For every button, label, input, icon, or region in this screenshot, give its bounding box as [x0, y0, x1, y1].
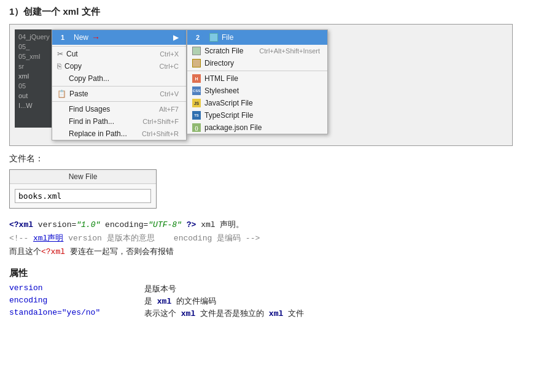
- json-label: package.json File: [204, 123, 262, 132]
- code-line-1: <?xml version="1.0" encoding="UTF-8" ?> …: [9, 218, 524, 232]
- context-menu: 1 New → ▶ ✂ Cut Ctrl+X ⎘ Copy: [52, 29, 187, 140]
- context-menu-item-new[interactable]: 1 New → ▶: [52, 30, 186, 45]
- ts-icon: TS: [192, 111, 201, 120]
- copy-label: Copy: [64, 62, 82, 71]
- replaceinpath-label: Replace in Path...: [69, 129, 127, 138]
- filename-section: 文件名： New File: [9, 153, 524, 209]
- attr-table: version 是版本号 encoding 是 xml 的文件编码 standa…: [9, 283, 524, 320]
- paste-icon: 📋: [57, 90, 66, 98]
- warn-line-pre: 而且这个: [9, 247, 41, 256]
- paste-label: Paste: [69, 90, 88, 98]
- html-icon: H: [192, 74, 201, 83]
- findinpath-label: Find in Path...: [69, 117, 114, 126]
- comment-link: xml声明: [33, 234, 63, 243]
- arrow-right: ▶: [173, 33, 179, 42]
- code-line-3: 而且这个<?xml 要连在一起写，否则会有报错: [9, 245, 524, 259]
- encoding-attr: encoding=: [105, 220, 148, 229]
- ts-label: TypeScript File: [204, 111, 253, 120]
- filename-label: 文件名：: [9, 153, 524, 164]
- submenu-item-html[interactable]: H HTML File: [187, 72, 327, 85]
- attr-row-standalone: standalone="yes/no" 表示这个 xml 文件是否是独立的 xm…: [9, 307, 524, 320]
- context-menu-item-copy[interactable]: ⎘ Copy Ctrl+C: [52, 60, 186, 72]
- submenu: 2 File Scratch File Ctrl+Alt+Shift+Inser…: [187, 29, 328, 134]
- badge-2: 2: [192, 32, 203, 43]
- scratch-shortcut: Ctrl+Alt+Shift+Insert: [259, 47, 320, 55]
- context-menu-item-copypath[interactable]: Copy Path...: [52, 72, 186, 85]
- replaceinpath-shortcut: Ctrl+Shift+R: [142, 130, 179, 137]
- version-attr: version=: [38, 220, 76, 229]
- copypath-label: Copy Path...: [69, 74, 109, 83]
- submenu-item-json[interactable]: {} package.json File: [187, 121, 327, 134]
- paste-shortcut: Ctrl+V: [160, 90, 179, 98]
- context-menu-item-replaceinpath[interactable]: Replace in Path... Ctrl+Shift+R: [52, 128, 186, 140]
- attr-row-encoding: encoding 是 xml 的文件编码: [9, 295, 524, 307]
- comment-body: version 是版本的意思 encoding 是编码 -->: [63, 234, 260, 243]
- new-label: New: [74, 33, 88, 42]
- js-icon: JS: [192, 99, 201, 107]
- css-label: Stylesheet: [204, 86, 239, 95]
- xml-desc: xml 声明。: [201, 220, 244, 229]
- submenu-item-css[interactable]: CSS Stylesheet: [187, 85, 327, 97]
- warn-code: <?xml: [41, 247, 65, 256]
- filename-input[interactable]: [15, 189, 151, 203]
- xml-declaration-kw: <?xml: [9, 220, 33, 229]
- comment-open: <!--: [9, 234, 33, 243]
- file-label: File: [222, 33, 233, 42]
- attributes-heading: 属性: [9, 267, 524, 279]
- context-menu-item-findusages[interactable]: Find Usages Alt+F7: [52, 103, 186, 115]
- filename-dialog: New File: [9, 169, 157, 209]
- code-line-2: <!-- xml声明 version 是版本的意思 encoding 是编码 -…: [9, 232, 524, 245]
- css-icon: CSS: [192, 86, 201, 95]
- ide-tree: 04_jQuery 05_ 05_xml sr xml 05 out I...W: [15, 29, 52, 128]
- file-icon: [209, 33, 218, 42]
- attr-row-version: version 是版本号: [9, 283, 524, 295]
- attr-desc-standalone: 表示这个 xml 文件是否是独立的 xml 文件: [144, 309, 304, 318]
- submenu-item-file[interactable]: 2 File: [187, 30, 327, 45]
- js-label: JavaScript File: [204, 99, 253, 107]
- arrow-indicator: →: [91, 33, 100, 42]
- submenu-item-directory[interactable]: Directory: [187, 57, 327, 69]
- badge-1: 1: [57, 32, 68, 43]
- json-icon: {}: [192, 123, 201, 132]
- cut-icon: ✂: [57, 50, 63, 58]
- attr-desc-encoding: 是 xml 的文件编码: [144, 297, 216, 306]
- cut-shortcut: Ctrl+X: [160, 50, 179, 58]
- context-menu-item-findinpath[interactable]: Find in Path... Ctrl+Shift+F: [52, 115, 186, 128]
- attr-desc-version: 是版本号: [144, 285, 176, 294]
- submenu-separator-1: [187, 71, 327, 71]
- submenu-item-js[interactable]: JS JavaScript File: [187, 97, 327, 109]
- scratch-label: Scratch File: [204, 47, 243, 55]
- menu-separator-2: [52, 86, 186, 86]
- context-menu-item-cut[interactable]: ✂ Cut Ctrl+X: [52, 48, 186, 60]
- encoding-val: "UTF-8": [148, 220, 182, 229]
- version-val: "1.0": [76, 220, 100, 229]
- attr-name-encoding: encoding: [9, 296, 47, 305]
- findusages-label: Find Usages: [69, 105, 110, 113]
- dir-icon: [192, 59, 201, 67]
- attributes-section: 属性 version 是版本号 encoding 是 xml 的文件编码 sta…: [9, 267, 524, 320]
- submenu-item-ts[interactable]: TS TypeScript File: [187, 109, 327, 121]
- submenu-item-scratch[interactable]: Scratch File Ctrl+Alt+Shift+Insert: [187, 45, 327, 57]
- screenshot-box: 04_jQuery 05_ 05_xml sr xml 05 out I...W…: [9, 24, 513, 146]
- copy-shortcut: Ctrl+C: [160, 63, 179, 70]
- cut-label: Cut: [66, 50, 78, 58]
- context-menu-item-paste[interactable]: 📋 Paste Ctrl+V: [52, 88, 186, 100]
- code-section: <?xml version="1.0" encoding="UTF-8" ?> …: [9, 218, 524, 259]
- menu-separator-1: [52, 46, 186, 47]
- xml-end: ?>: [187, 220, 196, 229]
- warn-line-suf: 要连在一起写，否则会有报错: [65, 247, 174, 256]
- dir-label: Directory: [204, 59, 234, 67]
- menu-separator-3: [52, 101, 186, 102]
- step-heading: 1）创建一个 xml 文件: [9, 6, 524, 18]
- attr-name-version: version: [9, 283, 43, 293]
- findusages-shortcut: Alt+F7: [159, 106, 179, 113]
- attr-name-standalone: standalone="yes/no": [9, 308, 100, 317]
- findinpath-shortcut: Ctrl+Shift+F: [142, 118, 179, 125]
- html-label: HTML File: [204, 74, 238, 83]
- filename-dialog-title: New File: [10, 170, 156, 184]
- scratch-icon: [192, 47, 201, 55]
- copy-icon: ⎘: [57, 62, 61, 71]
